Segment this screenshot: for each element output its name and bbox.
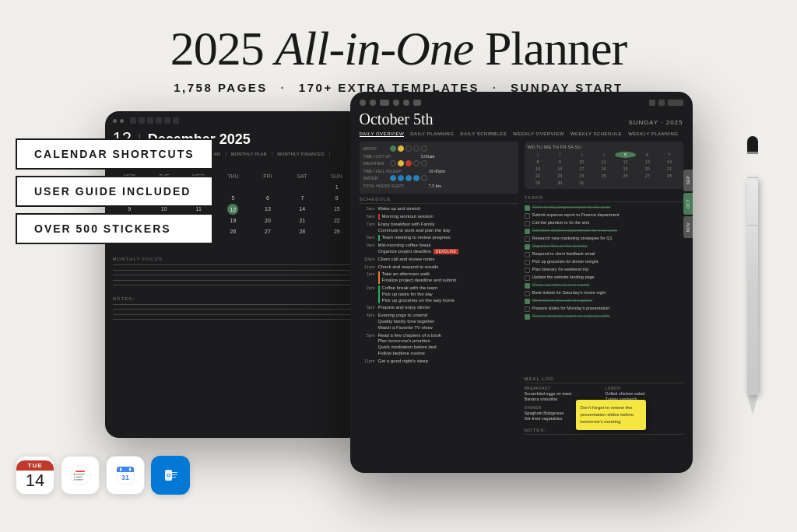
task-check-15[interactable]: [525, 314, 530, 320]
task-check-5[interactable]: [525, 236, 530, 242]
task-check-9[interactable]: [525, 268, 530, 273]
cal-day-today[interactable]: 12: [227, 204, 238, 215]
task-check-14[interactable]: [525, 306, 530, 312]
sched-11am: 11am Check and respond to emails: [360, 264, 518, 271]
task-text-1: Write weekly progress report for the tea…: [532, 205, 611, 210]
task-check-10[interactable]: [525, 275, 530, 281]
outlook-app-icon[interactable]: O: [151, 456, 190, 495]
water-dot-5[interactable]: [421, 175, 427, 181]
svg-rect-1: [75, 471, 85, 472]
tab-daily-planning[interactable]: DAILY PLANNING: [410, 131, 454, 137]
tasks-heading: TASKS: [525, 195, 683, 202]
svg-rect-3: [75, 477, 83, 478]
right-tablet: October 5th SUNDAY · 2025 DAILY OVERVIEW…: [350, 92, 693, 473]
mood-dot-4[interactable]: [413, 145, 420, 152]
schedule-section: SCHEDULE 5am Wake up and stretch 6am Mor…: [360, 197, 518, 437]
task-check-6[interactable]: [525, 244, 530, 250]
svg-rect-13: [129, 468, 131, 471]
tab-weekly-overview[interactable]: WEEKLY OVERVIEW: [513, 131, 564, 137]
google-calendar-icon[interactable]: 31: [106, 456, 145, 495]
tab-daily-scribbles[interactable]: DAILY SCRIBBLES: [460, 131, 507, 137]
weather-dot-3[interactable]: [406, 160, 412, 166]
calendar-app-icon[interactable]: TUE 14: [16, 456, 54, 495]
cal-day-19[interactable]: 14: [286, 204, 319, 215]
tab-daily-overview[interactable]: DAILY OVERVIEW: [360, 131, 405, 137]
cal-day-27[interactable]: 22: [320, 215, 353, 226]
sched-1pm: 1pm Take an afternoon walkFinalize proje…: [360, 271, 518, 284]
weather-dot-4[interactable]: [413, 160, 420, 166]
cal-day-32[interactable]: 27: [251, 226, 284, 236]
task-check-4[interactable]: [525, 229, 530, 234]
cal-day-33[interactable]: 28: [286, 226, 319, 236]
task-10: Update the website landing page: [525, 275, 683, 281]
mood-dot-5[interactable]: [421, 145, 427, 152]
mood-dot-2[interactable]: [398, 145, 404, 152]
task-check-13[interactable]: [525, 299, 530, 304]
side-tab-nov[interactable]: NOV: [683, 216, 693, 238]
cal-day-6[interactable]: [286, 182, 319, 192]
schedule-heading: SCHEDULE: [360, 197, 518, 204]
cal-day-31[interactable]: 26: [216, 226, 250, 236]
notes-label: NOTES:: [113, 296, 354, 301]
cal-day-14[interactable]: 8: [320, 193, 353, 203]
time-got-up: TIME I GOT UP: 5:05am: [363, 154, 514, 159]
cal-day-label: TUE: [16, 460, 54, 471]
task-check-1[interactable]: [525, 205, 530, 211]
cal-day-20[interactable]: 15: [320, 204, 353, 215]
water-dot-4[interactable]: [413, 175, 420, 181]
weather-label: WEATHER: [363, 161, 387, 166]
cal-tab-finances[interactable]: MONTHLY FINANCES: [277, 152, 325, 156]
badge-stickers: OVER 500 STICKERS: [16, 213, 213, 244]
cal-day-number-icon: 14: [26, 471, 44, 491]
weather-dot-5[interactable]: [421, 160, 427, 166]
side-tab-sep[interactable]: SEP: [683, 170, 693, 191]
main-title: 2025 All-in-One Planner: [0, 22, 797, 75]
apple-pencil: [746, 136, 760, 377]
water-dot-2[interactable]: [398, 175, 404, 181]
time-asleep-label: TIME I FELL ASLEEP:: [363, 169, 426, 173]
cal-day-34[interactable]: 29: [320, 226, 353, 236]
cal-day-5[interactable]: [251, 182, 284, 192]
subtitle-pages: 1,758 PAGES: [174, 81, 268, 94]
task-text-3: Call the plumber to fix the sink: [532, 220, 590, 226]
tab-weekly-schedule[interactable]: WEEKLY SCHEDULE: [571, 131, 622, 137]
side-tab-oct-label: OCT: [686, 199, 690, 208]
task-text-15: Review analytics report for website traf…: [532, 313, 610, 319]
side-tab-oct[interactable]: OCT: [683, 193, 693, 215]
cal-day-26[interactable]: 21: [286, 215, 319, 226]
task-check-2[interactable]: [525, 213, 530, 219]
water-dot-3[interactable]: [406, 175, 412, 181]
cal-day-11[interactable]: 5: [216, 193, 250, 203]
sched-5am: 5am Wake up and stretch: [360, 206, 518, 212]
cal-tab-monthly[interactable]: MONTHLY PLAN: [231, 152, 267, 156]
tab-weekly-planning[interactable]: WEEKLY PLANNING: [628, 131, 678, 137]
sched-10am: 10am Client call and review notes: [360, 257, 518, 263]
mood-dot-1[interactable]: [390, 145, 396, 152]
task-check-7[interactable]: [525, 252, 530, 257]
cal-day-13[interactable]: 7: [286, 193, 319, 203]
cal-day-24[interactable]: 19: [216, 215, 250, 226]
sticky-note: Don't forget to review the presentation …: [576, 400, 646, 430]
task-check-12[interactable]: [525, 291, 530, 296]
water-dot-1[interactable]: [390, 175, 396, 181]
cal-day-4[interactable]: [216, 182, 250, 192]
task-check-11[interactable]: [525, 283, 530, 289]
cal-header-thu: THU: [216, 172, 250, 180]
reminders-app-icon[interactable]: [61, 456, 100, 495]
task-3: Call the plumber to fix the sink: [525, 220, 683, 226]
mood-dot-3[interactable]: [406, 145, 412, 152]
cal-day-12[interactable]: 6: [251, 193, 284, 203]
task-6: Organize files on the desktop: [525, 243, 683, 250]
task-9: Plan itinerary for weekend trip: [525, 267, 683, 273]
task-check-8[interactable]: [525, 260, 530, 265]
task-check-3[interactable]: [525, 221, 530, 226]
weather-dot-2[interactable]: [398, 160, 404, 166]
gcal-icon: 31: [114, 464, 137, 487]
cal-day-25[interactable]: 20: [251, 215, 284, 226]
title-italic: All-in-One: [275, 22, 473, 75]
cal-day-7[interactable]: 1: [320, 182, 353, 192]
cal-day-18[interactable]: 13: [251, 204, 284, 215]
hours-slept-value: 7.5 hrs: [429, 184, 441, 188]
svg-rect-4: [75, 479, 83, 481]
weather-dot-1[interactable]: [390, 160, 396, 166]
